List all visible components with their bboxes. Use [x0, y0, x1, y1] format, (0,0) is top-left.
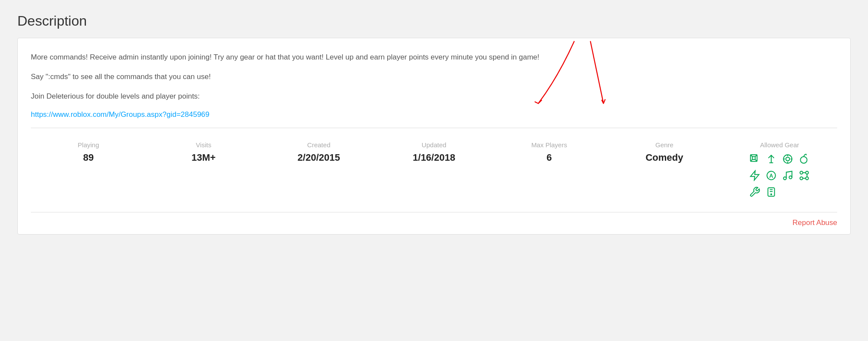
stat-max-players-label: Max Players	[492, 141, 607, 149]
stat-genre: Genre Comedy	[607, 141, 722, 163]
melee-icon	[748, 152, 762, 166]
stat-playing-label: Playing	[31, 141, 146, 149]
stat-max-players: Max Players 6	[492, 141, 607, 163]
wrench-icon	[748, 185, 762, 199]
svg-point-16	[806, 171, 809, 174]
navigation-icon	[748, 169, 762, 182]
group-link[interactable]: https://www.roblox.com/My/Groups.aspx?gi…	[31, 110, 210, 119]
report-row: Report Abuse	[31, 212, 837, 234]
stat-genre-value: Comedy	[607, 152, 722, 163]
description-card: More commands! Receive admin instantly u…	[17, 38, 851, 235]
page-title: Description	[17, 13, 851, 29]
stat-created-label: Created	[261, 141, 376, 149]
powerup-icon	[764, 152, 778, 166]
svg-marker-10	[750, 171, 759, 180]
svg-point-14	[789, 176, 792, 179]
stat-updated-value: 1/16/2018	[376, 152, 491, 163]
stats-row: Playing 89 Visits 13M+ Created 2/20/2015…	[31, 137, 837, 208]
building-icon	[797, 169, 811, 182]
social-icon: A	[764, 169, 778, 182]
allowed-gear-label: Allowed Gear	[722, 141, 837, 149]
stats-divider	[31, 128, 837, 128]
ranged-icon	[781, 152, 795, 166]
description-line-1: More commands! Receive admin instantly u…	[31, 51, 837, 63]
stat-updated-label: Updated	[376, 141, 491, 149]
allowed-gear-section: Allowed Gear	[722, 141, 837, 199]
svg-point-9	[801, 156, 807, 163]
stat-updated: Updated 1/16/2018	[376, 141, 491, 163]
stat-created: Created 2/20/2015	[261, 141, 376, 163]
stat-visits-value: 13M+	[146, 152, 261, 163]
stat-created-value: 2/20/2015	[261, 152, 376, 163]
svg-point-4	[786, 157, 790, 161]
stat-max-players-value: 6	[492, 152, 607, 163]
description-line-2: Say ":cmds" to see all the commands that…	[31, 71, 837, 83]
description-text-block: More commands! Receive admin instantly u…	[31, 51, 837, 119]
stat-playing: Playing 89	[31, 141, 146, 163]
stat-playing-value: 89	[31, 152, 146, 163]
explosive-icon	[797, 152, 811, 166]
svg-point-15	[800, 171, 803, 174]
description-line-3: Join Deleterious for double levels and p…	[31, 90, 837, 102]
svg-point-17	[806, 177, 809, 180]
report-abuse-button[interactable]: Report Abuse	[792, 219, 837, 227]
svg-point-22	[771, 194, 772, 195]
svg-point-13	[783, 177, 786, 180]
music-icon	[781, 169, 795, 182]
stat-genre-label: Genre	[607, 141, 722, 149]
transport-icon	[764, 185, 778, 199]
svg-point-18	[800, 177, 803, 180]
svg-text:A: A	[769, 173, 773, 179]
stat-visits: Visits 13M+	[146, 141, 261, 163]
stat-visits-label: Visits	[146, 141, 261, 149]
gear-icons-grid: A	[722, 152, 837, 199]
